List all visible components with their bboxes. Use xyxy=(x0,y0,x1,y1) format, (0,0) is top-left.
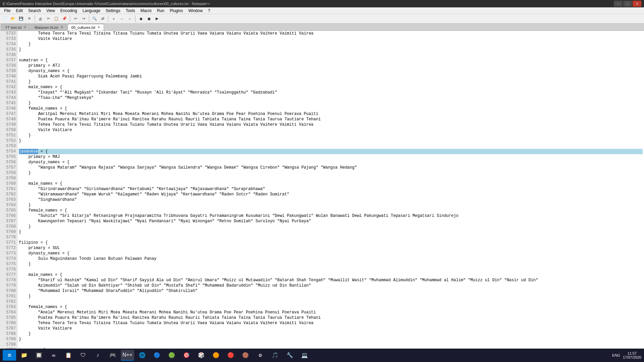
new-button[interactable]: 📄 xyxy=(1,15,9,22)
line-number: 5744 xyxy=(1,95,16,101)
code-line xyxy=(19,52,643,58)
line-number: 5751 xyxy=(1,133,16,138)
taskbar-item-17[interactable]: 🎵 xyxy=(268,350,282,361)
taskbar-item-15[interactable]: 🟤 xyxy=(239,350,252,361)
line-number: 5759 xyxy=(1,176,16,181)
redo-button[interactable]: ↪ xyxy=(80,15,87,22)
taskbar-item-14[interactable]: 🔴 xyxy=(224,350,237,361)
taskbar-item-11[interactable]: 🎯 xyxy=(180,350,193,361)
taskbar-item-13[interactable]: 🟠 xyxy=(209,350,223,361)
code-line: } xyxy=(19,47,643,52)
taskbar-item-7[interactable]: N++ xyxy=(121,350,134,361)
menu-item-edit[interactable]: Edit xyxy=(13,7,25,14)
zoom-out-button[interactable]: − xyxy=(118,15,125,22)
copy-button[interactable]: 📋 xyxy=(53,15,60,22)
tab-close-icon[interactable]: ✕ xyxy=(60,25,63,29)
menu-item-encoding[interactable]: Encoding xyxy=(58,7,80,14)
code-line xyxy=(19,143,643,149)
macro-record-button[interactable]: ⏺ xyxy=(137,15,145,22)
taskbar-item-18[interactable]: 🔧 xyxy=(283,350,297,361)
taskbar-item-16[interactable]: ⚙ xyxy=(254,350,267,361)
macro-play-button[interactable]: ▶ xyxy=(153,15,161,22)
code-line: } xyxy=(19,101,643,106)
undo-button[interactable]: ↩ xyxy=(72,15,79,22)
taskbar-item-2[interactable]: ✉ xyxy=(47,350,60,361)
taskbar-item-10[interactable]: 🟢 xyxy=(165,350,178,361)
taskbar-item-8[interactable]: 🌐 xyxy=(136,350,149,361)
tab-close-icon[interactable]: ✕ xyxy=(97,25,100,29)
menu-item-run[interactable]: Run xyxy=(154,7,167,14)
menu-item-window[interactable]: Window xyxy=(185,7,205,14)
taskbar-item-6[interactable]: 🎮 xyxy=(106,350,119,361)
line-number: 5746 xyxy=(1,106,16,111)
menu-item-settings[interactable]: Settings xyxy=(103,7,123,14)
menu-item-language[interactable]: Language xyxy=(80,7,103,14)
maximize-button[interactable]: □ xyxy=(623,1,632,7)
line-number: 5769 xyxy=(1,229,16,235)
code-line: sumatran = { xyxy=(19,58,643,63)
separator-2 xyxy=(70,15,70,22)
line-number: 5774 xyxy=(1,256,16,261)
tab-1[interactable]: Mataram bt.txt✕ xyxy=(31,24,67,31)
line-number: 5749 xyxy=(1,122,16,127)
taskbar-item-3[interactable]: 📋 xyxy=(62,350,75,361)
code-line: "Singhawardhana" xyxy=(19,197,643,202)
code-line xyxy=(19,267,643,272)
menu-item-macro[interactable]: Macro xyxy=(138,7,154,14)
paste-button[interactable]: 📌 xyxy=(61,15,68,22)
menu-bar: FileEditSearchViewEncodingLanguageSettin… xyxy=(0,7,644,14)
code-line: Azimuddin" "Salah ud Din Bakhtiyar" "Shi… xyxy=(19,283,643,288)
taskbar-item-19[interactable]: 💻 xyxy=(298,350,311,361)
editor-content[interactable]: Tehea Teora Tera Tevai Titaina Titaua Tu… xyxy=(17,31,644,354)
taskbar-item-1[interactable]: 🔲 xyxy=(32,350,46,361)
print-button[interactable]: 🖨 xyxy=(37,15,44,22)
menu-item-file[interactable]: File xyxy=(1,7,13,14)
line-number: 5739 xyxy=(1,68,16,74)
find-button[interactable]: 🔍 xyxy=(91,15,98,22)
menu-item-?[interactable]: ? xyxy=(205,7,213,14)
taskbar-clock: 11:57 17/07/2020 xyxy=(623,351,641,359)
code-line: Sulu Maguindanao Tondo Lanao Butuan Pala… xyxy=(19,256,643,261)
separator-5 xyxy=(135,15,136,22)
replace-button[interactable]: ⇄ xyxy=(99,15,106,22)
close-doc-button[interactable]: ✕ xyxy=(25,15,33,22)
line-number: 5752 xyxy=(1,138,16,143)
code-line: } xyxy=(19,170,643,176)
save-button[interactable]: 💾 xyxy=(17,15,25,22)
code-line: Vaite Vaitiare xyxy=(19,127,643,133)
code-line: Amritpal Merenui Metetini Miri Moea Moea… xyxy=(19,111,643,117)
menu-item-search[interactable]: Search xyxy=(25,7,44,14)
minimize-button[interactable]: − xyxy=(614,1,623,7)
taskbar-item-0[interactable]: 📁 xyxy=(17,350,31,361)
line-number: 5745 xyxy=(1,101,16,106)
taskbar-item-4[interactable]: 🛡 xyxy=(76,350,90,361)
tab-label: 00_cultures.txt xyxy=(71,25,96,29)
cut-button[interactable]: ✂ xyxy=(45,15,52,22)
menu-item-plugins[interactable]: Plugins xyxy=(167,7,185,14)
separator-4 xyxy=(108,15,108,22)
menu-item-view[interactable]: View xyxy=(44,7,58,14)
code-line: "Tsau-Lha" "Mengtsekya" xyxy=(19,95,643,101)
line-number: 5754 xyxy=(1,149,16,154)
macro-stop-button[interactable]: ⏹ xyxy=(145,15,153,22)
tab-close-icon[interactable]: ✕ xyxy=(23,25,26,29)
menu-item-tools[interactable]: Tools xyxy=(123,7,138,14)
taskbar-item-12[interactable]: 🎲 xyxy=(195,350,208,361)
code-line: male_names = { xyxy=(19,181,643,186)
tab-2[interactable]: 00_cultures.txt✕ xyxy=(68,24,104,31)
line-number: 5736 xyxy=(1,52,16,58)
close-button[interactable]: ✕ xyxy=(633,1,641,7)
line-number: 5758 xyxy=(1,170,16,176)
line-number: 5738 xyxy=(1,63,16,68)
open-button[interactable]: 📂 xyxy=(9,15,17,22)
taskbar-item-9[interactable]: 🔵 xyxy=(150,350,164,361)
code-line: } xyxy=(19,261,643,267)
code-line: Puatea Puaura Ra'ihau Ra'imere Ra'inui R… xyxy=(19,117,643,122)
zoom-in-button[interactable]: + xyxy=(110,15,117,22)
tab-0[interactable]: YT text.txt✕ xyxy=(1,24,30,31)
start-button[interactable]: ⊞ xyxy=(3,350,16,361)
line-number: 5782 xyxy=(1,299,16,304)
taskbar-item-5[interactable]: ♪ xyxy=(91,350,105,361)
sync-scroll-button[interactable]: ↔ xyxy=(126,15,133,22)
code-line: } xyxy=(19,229,643,235)
